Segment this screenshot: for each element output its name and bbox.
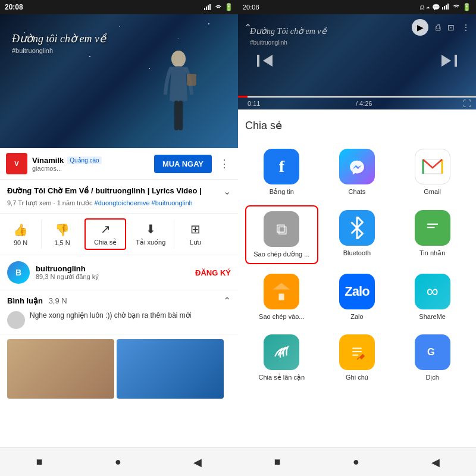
save-button[interactable]: ⊞ Lưu bbox=[174, 220, 216, 249]
download-label: Tải xuống bbox=[136, 239, 165, 246]
cloud-icon: ☁ bbox=[426, 4, 430, 11]
channel-name[interactable]: buitruonglinh bbox=[36, 264, 195, 273]
svg-marker-23 bbox=[273, 283, 290, 290]
share-bluetooth[interactable]: Bluetooth bbox=[321, 205, 394, 264]
svg-point-4 bbox=[171, 51, 186, 67]
like-icon: 👍 bbox=[13, 223, 28, 237]
gmail-label: Gmail bbox=[424, 188, 441, 195]
like-count: 90 N bbox=[14, 239, 27, 246]
share-ghi-chu[interactable]: Ghi chú bbox=[321, 330, 394, 386]
skip-back-icon[interactable] bbox=[256, 52, 274, 72]
comment-item: Nghe xong nghiện luôn :)) chờ bạn ra thê… bbox=[7, 311, 231, 329]
svg-rect-8 bbox=[442, 7, 443, 10]
hashtag-links[interactable]: #duongtoichoemve #buitruonglinh bbox=[95, 199, 193, 206]
left-nav-square[interactable]: ■ bbox=[24, 451, 55, 473]
share-zalo[interactable]: Zalo Zalo bbox=[321, 269, 394, 325]
svg-marker-19 bbox=[426, 234, 429, 238]
left-nav-circle[interactable]: ● bbox=[103, 451, 133, 473]
svg-text:G: G bbox=[427, 346, 435, 357]
right-status-icons: ⎙ ☁ 💬 🔋 bbox=[420, 3, 471, 11]
like-button[interactable]: 👍 90 N bbox=[0, 220, 42, 249]
share-chia-se[interactable]: Chia sẻ lân cận bbox=[245, 330, 318, 386]
left-status-icons: 🔋 bbox=[204, 3, 233, 11]
channel-subs: 89,3 N người đăng ký bbox=[36, 273, 195, 281]
dich-icon: G bbox=[415, 334, 450, 370]
channel-details: buitruonglinh 89,3 N người đăng ký bbox=[36, 264, 195, 281]
shareme-label: ShareMe bbox=[419, 313, 446, 320]
fullscreen-expand-icon[interactable]: ⛶ bbox=[463, 99, 471, 108]
comment-avatar bbox=[7, 311, 25, 329]
messenger-status-icon: 💬 bbox=[432, 4, 440, 11]
dislike-button[interactable]: 👎 1,5 N bbox=[42, 220, 83, 249]
skip-forward-icon[interactable] bbox=[440, 52, 458, 72]
right-status-bar: 20:08 ⎙ ☁ 💬 🔋 bbox=[238, 0, 476, 14]
video-title: Đường Tôi Chờ Em Về / buitruonglinh | Ly… bbox=[7, 186, 218, 196]
mua-ngay-button[interactable]: MUA NGAY bbox=[154, 155, 212, 173]
share-title: Chia sẻ bbox=[245, 119, 469, 132]
more-options-icon[interactable]: ⋮ bbox=[462, 23, 470, 32]
fullscreen-icon[interactable]: ⊡ bbox=[447, 23, 455, 32]
video-progress-bar[interactable] bbox=[238, 96, 476, 98]
save-icon: ⊞ bbox=[190, 222, 201, 236]
sao-chep-vao-icon bbox=[264, 274, 299, 309]
share-copy-link[interactable]: ⧉ Sao chép đường ... bbox=[245, 205, 318, 264]
share-label: Chia sẻ bbox=[94, 239, 117, 246]
svg-marker-12 bbox=[263, 55, 273, 67]
play-pause-icon[interactable]: ▶ bbox=[412, 19, 428, 36]
left-video-thumbnail: Đường tôi chờ em về #buitruonglinh bbox=[0, 14, 238, 148]
svg-rect-1 bbox=[206, 7, 207, 10]
share-messenger[interactable]: Chats bbox=[321, 144, 394, 201]
svg-rect-7 bbox=[187, 74, 196, 86]
shareme-icon: ∞ bbox=[415, 274, 450, 309]
share-tinhan[interactable]: Tin nhắn bbox=[396, 205, 469, 264]
chevron-down-icon[interactable]: ⌄ bbox=[223, 186, 231, 197]
dislike-count: 1,5 N bbox=[54, 239, 70, 246]
dislike-icon: 👎 bbox=[55, 223, 70, 237]
svg-rect-18 bbox=[423, 219, 442, 234]
messenger-label: Chats bbox=[349, 188, 366, 195]
bluetooth-label: Bluetooth bbox=[343, 249, 371, 256]
subscribe-button[interactable]: ĐĂNG KÝ bbox=[195, 268, 231, 277]
ad-logo: V bbox=[6, 153, 27, 174]
comments-label: Bình luận 3,9 N bbox=[7, 296, 67, 305]
ghi-chu-label: Ghi chú bbox=[346, 374, 368, 381]
share-icon: ↗ bbox=[101, 222, 111, 236]
comments-sort-icon[interactable]: ⌃ bbox=[223, 295, 231, 306]
left-time: 20:08 bbox=[5, 3, 23, 11]
download-button[interactable]: ⬇ Tải xuống bbox=[127, 220, 174, 249]
chia-se-icon bbox=[264, 334, 299, 370]
ad-brand: Vinamilk bbox=[32, 156, 64, 165]
svg-rect-0 bbox=[204, 8, 205, 10]
share-facebook[interactable]: f Bảng tin bbox=[245, 144, 318, 201]
left-nav-back[interactable]: ◀ bbox=[181, 451, 214, 474]
svg-rect-2 bbox=[208, 5, 209, 10]
right-video-thumbnail[interactable]: ⌃ ▶ ⎙ ⊡ ⋮ Đường Tôi chờ em về #buitruong… bbox=[238, 14, 476, 109]
share-gmail[interactable]: Gmail bbox=[396, 144, 469, 201]
right-nav-circle[interactable]: ● bbox=[341, 451, 371, 473]
right-time: 20:08 bbox=[243, 4, 259, 11]
wifi-icon bbox=[214, 4, 223, 10]
right-nav-square[interactable]: ■ bbox=[262, 451, 293, 473]
thumb-item-2[interactable] bbox=[117, 339, 224, 399]
comments-count: 3,9 N bbox=[49, 296, 67, 305]
share-shareme[interactable]: ∞ ShareMe bbox=[396, 269, 469, 325]
ad-subtitle: giacmos... bbox=[32, 165, 149, 172]
cast-video-icon[interactable]: ⎙ bbox=[436, 23, 440, 32]
anime-figure bbox=[155, 47, 202, 142]
video-overlay-title: Đường tôi chờ em về bbox=[12, 32, 106, 45]
ad-more-button[interactable]: ⋮ bbox=[217, 155, 232, 173]
share-button[interactable]: ↗ Chia sẻ bbox=[84, 218, 126, 250]
share-dich[interactable]: G Dịch bbox=[396, 330, 469, 386]
right-nav-back[interactable]: ◀ bbox=[419, 451, 452, 474]
tinhan-icon bbox=[415, 210, 450, 246]
video-title-section: Đường Tôi Chờ Em Về / buitruonglinh | Ly… bbox=[0, 180, 238, 214]
share-sao-chep-vao[interactable]: Sao chép vào... bbox=[245, 269, 318, 325]
chia-se-label: Chia sẻ lân cận bbox=[259, 374, 305, 381]
svg-rect-3 bbox=[209, 4, 211, 10]
video-total-time: / 4:26 bbox=[351, 99, 377, 108]
thumb-item-1[interactable] bbox=[7, 339, 114, 399]
ad-info: Vinamilk Quảng cáo giacmos... bbox=[32, 156, 149, 172]
save-label: Lưu bbox=[190, 239, 201, 246]
zalo-icon: Zalo bbox=[339, 274, 375, 309]
action-buttons-row: 👍 90 N 👎 1,5 N ↗ Chia sẻ ⬇ Tải xuống ⊞ L… bbox=[0, 214, 238, 255]
